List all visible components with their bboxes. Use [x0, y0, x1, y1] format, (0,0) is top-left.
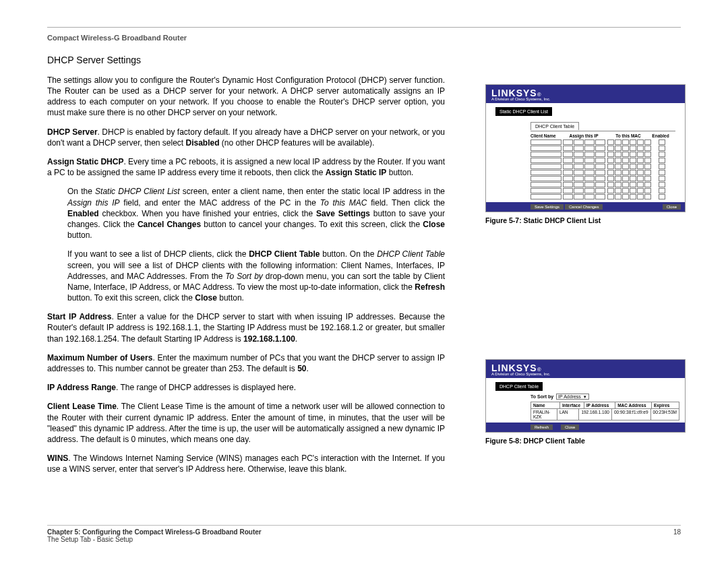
- ip-octet-input[interactable]: [584, 158, 595, 163]
- mac-octet-input[interactable]: [615, 188, 621, 193]
- mac-octet-input[interactable]: [607, 188, 614, 193]
- mac-octet-input[interactable]: [607, 152, 614, 157]
- mac-octet-input[interactable]: [637, 164, 644, 169]
- mac-octet-input[interactable]: [630, 170, 636, 175]
- ip-octet-input[interactable]: [574, 188, 584, 193]
- client-name-input[interactable]: [530, 139, 562, 145]
- client-name-input[interactable]: [530, 164, 562, 169]
- mac-octet-input[interactable]: [607, 158, 614, 163]
- mac-octet-input[interactable]: [637, 182, 644, 187]
- ip-octet-input[interactable]: [574, 176, 584, 181]
- ip-octet-input[interactable]: [563, 139, 573, 145]
- mac-octet-input[interactable]: [615, 158, 621, 163]
- ip-octet-input[interactable]: [584, 146, 595, 151]
- sort-dropdown[interactable]: IP Address ▼: [556, 394, 589, 400]
- mac-octet-input[interactable]: [630, 152, 636, 157]
- mac-octet-input[interactable]: [615, 194, 621, 199]
- mac-octet-input[interactable]: [630, 194, 636, 199]
- mac-octet-input[interactable]: [607, 182, 614, 187]
- mac-octet-input[interactable]: [630, 164, 636, 169]
- ip-octet-input[interactable]: [574, 182, 584, 187]
- enabled-checkbox[interactable]: [659, 176, 665, 181]
- ip-octet-input[interactable]: [595, 188, 605, 193]
- close-button[interactable]: Close: [561, 425, 579, 430]
- ip-octet-input[interactable]: [595, 158, 605, 163]
- mac-octet-input[interactable]: [630, 182, 636, 187]
- mac-octet-input[interactable]: [644, 176, 651, 181]
- mac-octet-input[interactable]: [622, 152, 629, 157]
- mac-octet-input[interactable]: [622, 146, 629, 151]
- mac-octet-input[interactable]: [630, 188, 636, 193]
- mac-octet-input[interactable]: [630, 139, 636, 145]
- mac-octet-input[interactable]: [622, 194, 629, 199]
- ip-octet-input[interactable]: [563, 152, 573, 157]
- mac-octet-input[interactable]: [607, 164, 614, 169]
- enabled-checkbox[interactable]: [659, 158, 665, 163]
- mac-octet-input[interactable]: [622, 158, 629, 163]
- ip-octet-input[interactable]: [595, 164, 605, 169]
- client-name-input[interactable]: [530, 158, 562, 163]
- ip-octet-input[interactable]: [574, 146, 584, 151]
- ip-octet-input[interactable]: [563, 176, 573, 181]
- ip-octet-input[interactable]: [595, 146, 605, 151]
- mac-octet-input[interactable]: [622, 182, 629, 187]
- ip-octet-input[interactable]: [584, 170, 595, 175]
- enabled-checkbox[interactable]: [659, 188, 665, 193]
- mac-octet-input[interactable]: [607, 194, 614, 199]
- ip-octet-input[interactable]: [584, 164, 595, 169]
- fig1-tab[interactable]: DHCP Client Table: [530, 122, 579, 130]
- mac-octet-input[interactable]: [637, 146, 644, 151]
- ip-octet-input[interactable]: [574, 164, 584, 169]
- mac-octet-input[interactable]: [607, 146, 614, 151]
- enabled-checkbox[interactable]: [659, 182, 665, 187]
- mac-octet-input[interactable]: [637, 194, 644, 199]
- mac-octet-input[interactable]: [630, 146, 636, 151]
- refresh-button[interactable]: Refresh: [530, 425, 553, 430]
- mac-octet-input[interactable]: [644, 146, 651, 151]
- enabled-checkbox[interactable]: [659, 139, 665, 145]
- enabled-checkbox[interactable]: [659, 194, 665, 199]
- mac-octet-input[interactable]: [607, 170, 614, 175]
- mac-octet-input[interactable]: [607, 176, 614, 181]
- mac-octet-input[interactable]: [615, 170, 621, 175]
- mac-octet-input[interactable]: [637, 170, 644, 175]
- client-name-input[interactable]: [530, 170, 562, 175]
- mac-octet-input[interactable]: [622, 188, 629, 193]
- mac-octet-input[interactable]: [630, 158, 636, 163]
- mac-octet-input[interactable]: [637, 139, 644, 145]
- mac-octet-input[interactable]: [644, 158, 651, 163]
- enabled-checkbox[interactable]: [659, 152, 665, 157]
- client-name-input[interactable]: [530, 182, 562, 187]
- ip-octet-input[interactable]: [563, 164, 573, 169]
- mac-octet-input[interactable]: [615, 182, 621, 187]
- mac-octet-input[interactable]: [637, 152, 644, 157]
- mac-octet-input[interactable]: [615, 139, 621, 145]
- mac-octet-input[interactable]: [644, 170, 651, 175]
- client-name-input[interactable]: [530, 146, 562, 151]
- ip-octet-input[interactable]: [584, 194, 595, 199]
- mac-octet-input[interactable]: [644, 182, 651, 187]
- mac-octet-input[interactable]: [622, 170, 629, 175]
- ip-octet-input[interactable]: [595, 182, 605, 187]
- ip-octet-input[interactable]: [595, 194, 605, 199]
- mac-octet-input[interactable]: [644, 188, 651, 193]
- mac-octet-input[interactable]: [637, 158, 644, 163]
- ip-octet-input[interactable]: [595, 152, 605, 157]
- mac-octet-input[interactable]: [644, 194, 651, 199]
- client-name-input[interactable]: [530, 188, 562, 193]
- mac-octet-input[interactable]: [622, 176, 629, 181]
- ip-octet-input[interactable]: [584, 152, 595, 157]
- mac-octet-input[interactable]: [644, 139, 651, 145]
- cancel-changes-button[interactable]: Cancel Changes: [565, 204, 603, 210]
- client-name-input[interactable]: [530, 194, 562, 199]
- ip-octet-input[interactable]: [574, 158, 584, 163]
- ip-octet-input[interactable]: [595, 170, 605, 175]
- ip-octet-input[interactable]: [563, 194, 573, 199]
- ip-octet-input[interactable]: [563, 188, 573, 193]
- ip-octet-input[interactable]: [574, 139, 584, 145]
- mac-octet-input[interactable]: [615, 146, 621, 151]
- mac-octet-input[interactable]: [615, 176, 621, 181]
- ip-octet-input[interactable]: [563, 170, 573, 175]
- mac-octet-input[interactable]: [630, 176, 636, 181]
- ip-octet-input[interactable]: [563, 158, 573, 163]
